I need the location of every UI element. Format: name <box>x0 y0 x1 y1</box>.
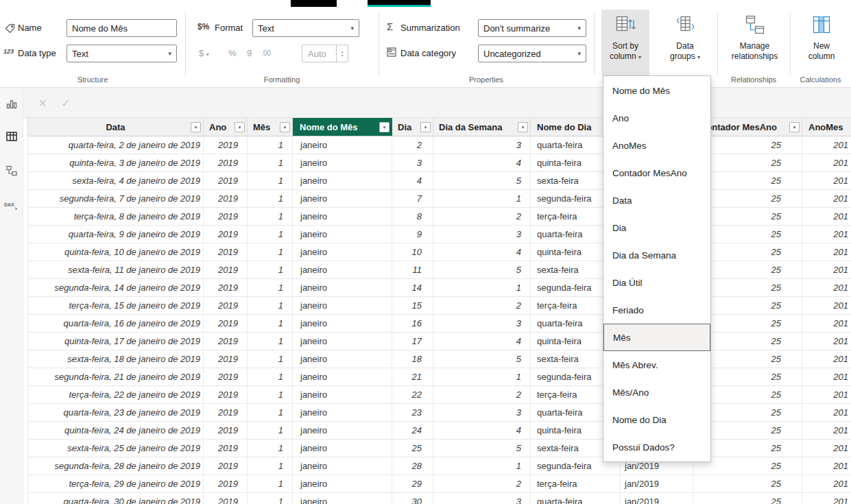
table-cell[interactable]: janeiro <box>293 261 392 279</box>
table-cell[interactable]: 3 <box>433 493 531 504</box>
table-cell[interactable]: terça-feira <box>531 475 621 493</box>
decimal-places-button[interactable]: .00 <box>261 45 271 62</box>
table-cell[interactable]: 201 <box>802 457 851 475</box>
table-cell[interactable]: 2019 <box>204 457 248 475</box>
table-cell[interactable]: 4 <box>433 422 531 440</box>
table-cell[interactable]: 28 <box>392 457 433 475</box>
table-cell[interactable]: janeiro <box>293 333 392 350</box>
table-cell[interactable]: 1 <box>248 386 293 404</box>
table-cell[interactable]: 2019 <box>204 172 248 190</box>
column-filter-button[interactable]: ▾ <box>191 122 201 132</box>
sort-menu-item[interactable]: Mês/Ano <box>603 379 710 406</box>
table-cell[interactable]: sexta-feira, 25 de janeiro de 2019 <box>27 440 204 457</box>
table-cell[interactable]: 7 <box>392 190 433 208</box>
table-cell[interactable]: 1 <box>433 368 531 386</box>
table-cell[interactable]: 1 <box>248 208 293 226</box>
column-header[interactable]: AnoMes <box>802 118 851 136</box>
table-cell[interactable]: 1 <box>248 457 293 475</box>
table-cell[interactable]: janeiro <box>293 136 392 154</box>
table-cell[interactable]: 1 <box>248 297 293 315</box>
sort-menu-item[interactable]: AnoMes <box>603 132 710 159</box>
sort-menu-item[interactable]: Possui Dados? <box>603 433 710 461</box>
table-cell[interactable]: 201 <box>802 350 851 368</box>
table-cell[interactable]: quinta-feira, 3 de janeiro de 2019 <box>27 154 204 172</box>
table-cell[interactable]: 201 <box>802 226 851 243</box>
table-cell[interactable]: 1 <box>248 154 293 172</box>
table-cell[interactable]: quarta-feira, 30 de janeiro de 2019 <box>27 493 204 504</box>
column-header[interactable]: Data▾ <box>27 118 204 136</box>
table-cell[interactable]: 2 <box>433 297 531 315</box>
table-cell[interactable]: 25 <box>693 475 802 493</box>
table-cell[interactable]: 1 <box>248 136 293 154</box>
table-cell[interactable]: 201 <box>802 208 851 226</box>
table-cell[interactable]: segunda-feira, 28 de janeiro de 2019 <box>27 457 204 475</box>
table-cell[interactable]: quarta-feira, 9 de janeiro de 2019 <box>27 226 204 243</box>
column-filter-button[interactable]: ▾ <box>789 122 800 132</box>
table-cell[interactable]: 201 <box>802 493 851 504</box>
table-cell[interactable]: 8 <box>392 208 433 226</box>
table-cell[interactable]: quinta-feira, 24 de janeiro de 2019 <box>27 422 204 440</box>
table-cell[interactable]: quinta-feira, 17 de janeiro de 2019 <box>27 333 204 350</box>
table-cell[interactable]: 201 <box>802 172 851 190</box>
table-cell[interactable]: 21 <box>392 368 433 386</box>
column-header[interactable]: Dia▾ <box>392 118 433 136</box>
table-cell[interactable]: 201 <box>802 279 851 297</box>
table-cell[interactable]: 201 <box>802 261 851 279</box>
sort-menu-item[interactable]: Dia Útil <box>603 269 710 296</box>
data-view-button[interactable] <box>3 129 21 147</box>
table-cell[interactable]: 1 <box>248 475 293 493</box>
table-cell[interactable]: 201 <box>802 422 851 440</box>
table-cell[interactable]: 1 <box>248 190 293 208</box>
table-cell[interactable]: terça-feira, 29 de janeiro de 2019 <box>27 475 204 493</box>
table-cell[interactable]: 2 <box>433 386 531 404</box>
ribbon-tab-stub[interactable] <box>291 0 337 7</box>
table-cell[interactable]: 201 <box>802 440 851 457</box>
table-cell[interactable]: 3 <box>433 136 531 154</box>
column-header[interactable]: Dia da Semana▾ <box>433 118 531 136</box>
column-filter-button[interactable]: ▾ <box>518 122 528 132</box>
table-cell[interactable]: 4 <box>392 172 433 190</box>
decimal-places-stepper[interactable]: Auto ▴▾ <box>302 45 348 62</box>
table-cell[interactable]: 22 <box>392 386 433 404</box>
table-cell[interactable]: sexta-feira, 18 de janeiro de 2019 <box>27 350 204 368</box>
dax-query-view-button[interactable]: DAX <box>3 197 21 215</box>
table-cell[interactable]: 2019 <box>204 154 248 172</box>
table-cell[interactable]: janeiro <box>293 297 392 315</box>
sort-menu-item[interactable]: Nome do Dia <box>603 406 710 433</box>
table-cell[interactable]: 1 <box>248 315 293 333</box>
table-cell[interactable]: quarta-feira, 23 de janeiro de 2019 <box>27 404 204 422</box>
table-cell[interactable]: 201 <box>802 386 851 404</box>
table-cell[interactable]: janeiro <box>293 190 392 208</box>
table-cell[interactable]: 201 <box>802 368 851 386</box>
table-cell[interactable]: janeiro <box>293 279 392 297</box>
table-cell[interactable]: 4 <box>433 243 531 261</box>
active-tab-underline[interactable] <box>368 0 431 7</box>
table-cell[interactable]: 16 <box>392 315 433 333</box>
table-cell[interactable]: 24 <box>392 422 433 440</box>
sort-by-column-button[interactable]: Sort by column ▾ <box>601 10 649 75</box>
table-cell[interactable]: janeiro <box>293 440 392 457</box>
table-cell[interactable]: 2019 <box>204 190 248 208</box>
table-cell[interactable]: 9 <box>392 226 433 243</box>
column-filter-button[interactable]: ▾ <box>235 122 245 132</box>
table-cell[interactable]: 1 <box>248 404 293 422</box>
report-view-button[interactable] <box>3 96 21 114</box>
column-filter-button[interactable]: ▾ <box>420 122 431 132</box>
table-cell[interactable]: 2019 <box>204 475 248 493</box>
summarization-select[interactable]: Don't summarize ▾ <box>478 19 586 37</box>
table-cell[interactable]: 2019 <box>204 333 248 350</box>
table-cell[interactable]: janeiro <box>293 226 392 243</box>
table-cell[interactable]: 2019 <box>204 315 248 333</box>
table-cell[interactable]: 2019 <box>204 350 248 368</box>
table-cell[interactable]: quarta-feira, 2 de janeiro de 2019 <box>27 136 204 154</box>
sort-menu-item[interactable]: Data <box>603 187 710 214</box>
table-cell[interactable]: quarta-feira <box>531 493 621 504</box>
sort-menu-item[interactable]: Mês <box>603 324 710 351</box>
table-cell[interactable]: 23 <box>392 404 433 422</box>
table-cell[interactable]: 1 <box>248 368 293 386</box>
table-cell[interactable]: 2019 <box>204 493 248 504</box>
table-cell[interactable]: 5 <box>433 350 531 368</box>
column-filter-button[interactable]: ▾ <box>280 122 290 132</box>
table-cell[interactable]: 1 <box>248 226 293 243</box>
table-cell[interactable]: 3 <box>433 226 531 243</box>
